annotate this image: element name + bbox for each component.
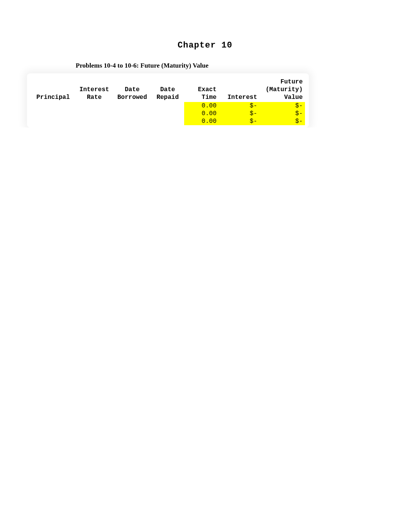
- cell-future-value: $-: [259, 110, 305, 117]
- col-header-label: Date: [160, 86, 175, 93]
- cell-principal: [31, 102, 75, 110]
- col-header-label: Exact: [198, 86, 217, 93]
- col-header-interest: Interest: [219, 76, 259, 102]
- cell-borrowed: [113, 102, 151, 110]
- col-header-label: Rate: [87, 94, 102, 101]
- cell-rate: [75, 102, 113, 110]
- col-header-label: Interest: [227, 94, 257, 101]
- cell-repaid: [151, 117, 184, 125]
- col-header-label: Time: [202, 94, 216, 101]
- col-header-interest-rate: Interest Rate: [75, 76, 113, 102]
- col-header-label: Date: [125, 86, 139, 93]
- cell-exact-time: 0.00: [184, 117, 219, 125]
- table-row: 0.00 $- $-: [31, 110, 305, 117]
- cell-rate: [75, 110, 113, 117]
- future-value-table: Principal Interest Rate Date Borrowed Da…: [31, 76, 305, 125]
- cell-interest: $-: [219, 102, 259, 110]
- cell-future-value: $-: [259, 117, 305, 125]
- cell-future-value: $-: [259, 102, 305, 110]
- col-header-label: Borrowed: [117, 94, 147, 101]
- chapter-title: Chapter 10: [0, 41, 410, 50]
- col-header-label: Interest: [80, 86, 109, 93]
- col-header-label: (Maturity): [266, 86, 303, 93]
- col-header-label: Future: [280, 78, 303, 85]
- col-header-label: Repaid: [156, 94, 179, 101]
- section-subtitle: Problems 10-4 to 10-6: Future (Maturity)…: [76, 62, 410, 70]
- col-header-label: Principal: [36, 94, 69, 101]
- cell-rate: [75, 117, 113, 125]
- cell-borrowed: [113, 117, 151, 125]
- cell-repaid: [151, 110, 184, 117]
- cell-principal: [31, 117, 75, 125]
- data-table-container: Principal Interest Rate Date Borrowed Da…: [27, 73, 309, 127]
- cell-exact-time: 0.00: [184, 110, 219, 117]
- cell-interest: $-: [219, 117, 259, 125]
- cell-exact-time: 0.00: [184, 102, 219, 110]
- table-row: 0.00 $- $-: [31, 117, 305, 125]
- cell-principal: [31, 110, 75, 117]
- cell-borrowed: [113, 110, 151, 117]
- col-header-principal: Principal: [31, 76, 75, 102]
- table-row: 0.00 $- $-: [31, 102, 305, 110]
- col-header-label: Value: [284, 94, 303, 101]
- col-header-exact-time: Exact Time: [184, 76, 219, 102]
- cell-interest: $-: [219, 110, 259, 117]
- col-header-future-value: Future (Maturity) Value: [259, 76, 305, 102]
- col-header-date-repaid: Date Repaid: [151, 76, 184, 102]
- cell-repaid: [151, 102, 184, 110]
- col-header-date-borrowed: Date Borrowed: [113, 76, 151, 102]
